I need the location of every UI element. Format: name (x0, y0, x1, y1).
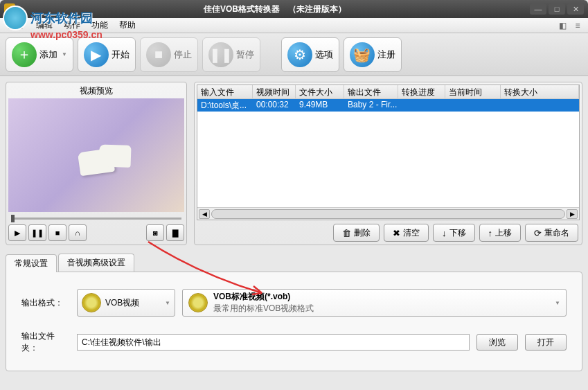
move-up-button[interactable]: ↑上移 (479, 224, 522, 242)
open-button[interactable]: 打开 (525, 334, 567, 351)
col-outsize[interactable]: 转换大小 (501, 85, 579, 98)
seek-slider[interactable] (8, 213, 184, 223)
clear-button[interactable]: ✖清空 (384, 224, 429, 242)
skin-icon[interactable]: ◧ (557, 20, 568, 31)
toolbar: ＋ 添加 ▼ ▶ 开始 ■ 停止 ❚❚ 暂停 ⚙ 选项 🧺 注册 (0, 33, 588, 76)
rename-label: 重命名 (544, 227, 569, 239)
profile-combo[interactable]: VOB标准视频(*.vob) 最常用的标准VOB视频格式 ▼ (182, 289, 567, 317)
options-button[interactable]: ⚙ 选项 (281, 37, 339, 72)
file-list-panel: 输入文件 视频时间 文件大小 输出文件 转换进度 当前时间 转换大小 D:\to… (194, 82, 582, 245)
format-label: 输出格式： (21, 297, 70, 309)
col-current[interactable]: 当前时间 (445, 85, 501, 98)
refresh-icon: ⟳ (534, 228, 542, 238)
menu-help-icon[interactable]: ≡ (572, 20, 583, 31)
thumbnail-image (77, 148, 114, 177)
app-icon (4, 3, 15, 15)
register-button[interactable]: 🧺 注册 (344, 37, 402, 72)
list-actions: 🗑删除 ✖清空 ↓下移 ↑上移 ⟳重命名 (197, 220, 580, 242)
preview-header: 视频预览 (8, 85, 184, 97)
horizontal-scrollbar[interactable]: ◀ ▶ (197, 207, 579, 220)
cell-output: Baby 2 - Fir... (344, 99, 398, 112)
menu-help[interactable]: 帮助 (114, 18, 141, 33)
tab-advanced[interactable]: 音视频高级设置 (58, 254, 134, 272)
chevron-down-icon: ▼ (165, 300, 170, 306)
close-button[interactable]: ✕ (567, 3, 584, 15)
open-folder-button[interactable]: ▇ (166, 224, 184, 241)
scroll-right-icon[interactable]: ▶ (567, 209, 578, 219)
cell-outsize (501, 99, 579, 112)
play-icon: ▶ (84, 42, 109, 67)
col-duration[interactable]: 视频时间 (253, 85, 296, 98)
cell-current (445, 99, 501, 112)
chevron-down-icon: ▼ (555, 300, 560, 306)
down-label: 下移 (449, 227, 466, 239)
table-header: 输入文件 视频时间 文件大小 输出文件 转换进度 当前时间 转换大小 (197, 85, 579, 99)
col-output[interactable]: 输出文件 (344, 85, 398, 98)
delete-label: 删除 (354, 227, 371, 239)
pv-stop-button[interactable]: ■ (48, 224, 66, 241)
pause-button[interactable]: ❚❚ 暂停 (202, 37, 260, 72)
minimize-button[interactable]: — (530, 3, 546, 15)
format-value: VOB视频 (105, 297, 139, 309)
snapshot-button[interactable]: ◙ (146, 224, 164, 241)
file-table: 输入文件 视频时间 文件大小 输出文件 转换进度 当前时间 转换大小 D:\to… (197, 85, 580, 220)
cell-input: D:\tools\桌... (197, 99, 253, 112)
menu-bar: 文件 编辑 动作 功能 帮助 ◧ ≡ (0, 18, 588, 33)
pause-label: 暂停 (236, 48, 254, 61)
pause-icon: ❚❚ (208, 42, 233, 67)
menu-edit[interactable]: 编辑 (30, 18, 58, 33)
profile-desc: 最常用的标准VOB视频格式 (213, 303, 314, 314)
cell-size: 9.49MB (296, 99, 344, 112)
start-label: 开始 (112, 48, 130, 61)
arrow-down-icon: ↓ (442, 228, 447, 238)
cell-progress (398, 99, 445, 112)
stop-icon: ■ (146, 42, 171, 67)
menu-function[interactable]: 功能 (86, 18, 114, 33)
table-row[interactable]: D:\tools\桌... 00:00:32 9.49MB Baby 2 - F… (197, 99, 579, 112)
up-label: 上移 (495, 227, 512, 239)
gear-icon: ⚙ (287, 42, 312, 67)
maximize-button[interactable]: □ (549, 3, 565, 15)
menu-action[interactable]: 动作 (58, 18, 86, 33)
delete-button[interactable]: 🗑删除 (333, 224, 380, 242)
folder-label: 输出文件夹： (21, 330, 70, 354)
x-icon: ✖ (393, 228, 400, 238)
menu-file[interactable]: 文件 (3, 18, 30, 33)
dvd-disc-icon (188, 293, 208, 312)
pv-pause-button[interactable]: ❚❚ (28, 224, 46, 241)
play-button[interactable]: ▶ (8, 224, 26, 241)
title-bar: 佳佳VOB格式转换器 （未注册版本） — □ ✕ (0, 0, 588, 18)
add-button[interactable]: ＋ 添加 ▼ (6, 37, 73, 72)
start-button[interactable]: ▶ 开始 (78, 37, 136, 72)
settings-panel: 常规设置 音视频高级设置 输出格式： VOB视频 ▼ VOB标准视频(*.vob… (6, 254, 582, 371)
chevron-down-icon: ▼ (62, 51, 67, 57)
tab-general[interactable]: 常规设置 (6, 254, 57, 272)
cell-duration: 00:00:32 (253, 99, 296, 112)
video-preview (8, 98, 184, 212)
preview-panel: 视频预览 ▶ ❚❚ ■ ∩ ◙ ▇ (6, 82, 187, 245)
arrow-up-icon: ↑ (488, 228, 493, 238)
loop-button[interactable]: ∩ (69, 224, 87, 241)
add-label: 添加 (39, 48, 57, 61)
col-progress[interactable]: 转换进度 (398, 85, 445, 98)
options-label: 选项 (315, 48, 333, 61)
preview-controls: ▶ ❚❚ ■ ∩ ◙ ▇ (8, 223, 184, 242)
profile-title: VOB标准视频(*.vob) (213, 291, 314, 303)
scroll-left-icon[interactable]: ◀ (199, 209, 210, 219)
register-label: 注册 (377, 48, 395, 61)
clear-label: 清空 (403, 227, 420, 239)
stop-button[interactable]: ■ 停止 (140, 37, 198, 72)
move-down-button[interactable]: ↓下移 (433, 224, 475, 242)
cart-icon: 🧺 (350, 42, 375, 67)
browse-button[interactable]: 浏览 (476, 334, 518, 351)
output-folder-input[interactable] (77, 334, 470, 351)
plus-icon: ＋ (12, 42, 37, 67)
format-combo[interactable]: VOB视频 ▼ (77, 289, 175, 317)
col-input[interactable]: 输入文件 (197, 85, 253, 98)
window-title: 佳佳VOB格式转换器 （未注册版本） (22, 3, 528, 15)
dvd-disc-icon (82, 293, 101, 312)
stop-label: 停止 (174, 48, 192, 61)
trash-icon: 🗑 (342, 228, 351, 238)
rename-button[interactable]: ⟳重命名 (525, 224, 578, 242)
col-size[interactable]: 文件大小 (296, 85, 344, 98)
